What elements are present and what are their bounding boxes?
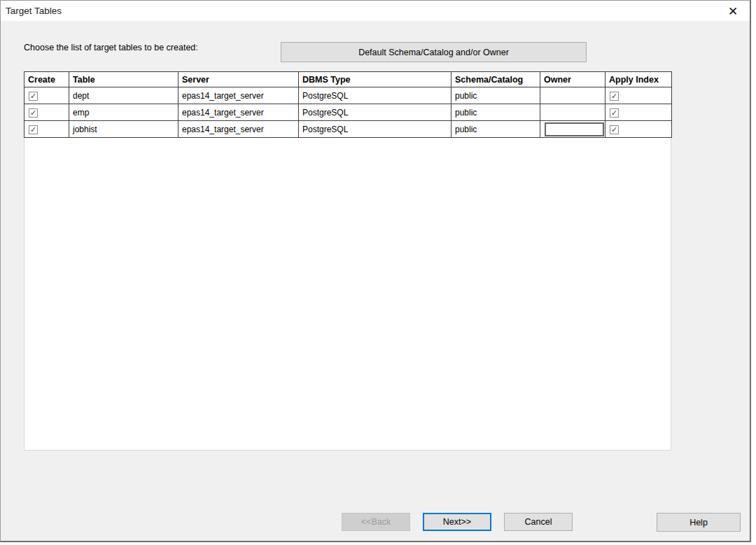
cell-server: epas14_target_server (178, 104, 299, 121)
cell-create: ✓ (24, 104, 69, 121)
cell-schema-catalog: public (451, 87, 540, 104)
apply-index-checkbox[interactable]: ✓ (610, 125, 619, 134)
titlebar: Target Tables ✕ (1, 1, 750, 21)
column-header-table: Table (69, 72, 178, 87)
target-tables-panel: CreateTableServerDBMS TypeSchema/Catalog… (24, 71, 671, 451)
dialog-body: Choose the list of target tables to be c… (1, 21, 750, 541)
cell-server: epas14_target_server (178, 87, 299, 104)
cell-schema-catalog: public (451, 121, 540, 138)
next-button[interactable]: Next>> (423, 513, 491, 531)
help-button[interactable]: Help (657, 513, 741, 532)
cell-owner[interactable] (540, 87, 606, 104)
column-header-apply-index: Apply Index (606, 72, 672, 87)
column-header-owner: Owner (540, 72, 606, 87)
table-row-jobhist: ✓jobhistepas14_target_serverPostgreSQLpu… (24, 121, 672, 138)
cell-schema-catalog: public (451, 104, 540, 121)
cell-dbms-type: PostgreSQL (299, 87, 451, 104)
cell-apply-index: ✓ (606, 121, 672, 138)
table-row-emp: ✓empepas14_target_serverPostgreSQLpublic… (24, 104, 672, 121)
apply-index-checkbox[interactable]: ✓ (610, 108, 619, 118)
cell-table: jobhist (69, 121, 178, 138)
cell-server: epas14_target_server (178, 121, 299, 138)
default-schema-owner-button[interactable]: Default Schema/Catalog and/or Owner (281, 42, 587, 62)
apply-index-checkbox[interactable]: ✓ (610, 92, 619, 101)
column-header-schema-catalog: Schema/Catalog (451, 72, 540, 87)
dialog-title: Target Tables (1, 6, 62, 16)
cell-table: dept (69, 87, 178, 104)
column-header-dbms-type: DBMS Type (299, 72, 451, 87)
column-header-create: Create (24, 72, 69, 87)
cancel-button[interactable]: Cancel (504, 513, 573, 531)
cell-owner[interactable] (540, 104, 606, 121)
cell-create: ✓ (24, 87, 69, 104)
target-tables-grid: CreateTableServerDBMS TypeSchema/Catalog… (24, 71, 672, 138)
back-button: <<Back (342, 513, 410, 531)
cell-table: emp (69, 104, 178, 121)
column-header-server: Server (178, 72, 299, 87)
cell-owner[interactable] (540, 121, 606, 138)
cell-dbms-type: PostgreSQL (299, 104, 451, 121)
cell-create: ✓ (24, 121, 69, 138)
create-checkbox[interactable]: ✓ (29, 92, 38, 101)
grid-body: ✓deptepas14_target_serverPostgreSQLpubli… (24, 87, 672, 138)
instruction-label: Choose the list of target tables to be c… (24, 43, 198, 52)
cell-apply-index: ✓ (606, 87, 672, 104)
grid-header-row: CreateTableServerDBMS TypeSchema/Catalog… (24, 72, 672, 87)
create-checkbox[interactable]: ✓ (29, 108, 38, 118)
cell-dbms-type: PostgreSQL (299, 121, 451, 138)
table-row-dept: ✓deptepas14_target_serverPostgreSQLpubli… (24, 87, 672, 104)
target-tables-dialog: Target Tables ✕ Choose the list of targe… (0, 0, 751, 542)
create-checkbox[interactable]: ✓ (29, 125, 38, 134)
close-icon[interactable]: ✕ (724, 2, 742, 20)
cell-apply-index: ✓ (606, 104, 672, 121)
owner-input[interactable] (545, 122, 604, 136)
